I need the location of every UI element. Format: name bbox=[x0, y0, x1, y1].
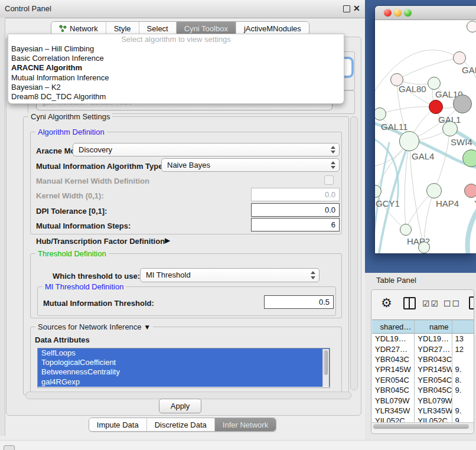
table-cell: 9. bbox=[452, 406, 474, 416]
combo-stepper-icon bbox=[330, 144, 335, 156]
which-threshold-combobox[interactable]: MI Threshold bbox=[140, 268, 319, 282]
table-row[interactable]: YPR145WYPR145W9. bbox=[372, 364, 474, 374]
network-window-titlebar[interactable] bbox=[375, 6, 476, 20]
apply-button[interactable]: Apply bbox=[159, 399, 201, 413]
table-header-name[interactable]: name bbox=[415, 320, 452, 333]
bottom-tab-label: Impute Data bbox=[97, 420, 139, 429]
table-hscroll-thumb[interactable] bbox=[373, 424, 469, 429]
network-node-hap2[interactable] bbox=[400, 224, 412, 236]
tab-network[interactable]: Network bbox=[51, 22, 106, 35]
settings-vertical-scrollbar[interactable] bbox=[350, 116, 358, 390]
control-panel-title: Control Panel bbox=[5, 4, 51, 13]
algorithm-option-bayesian-k2[interactable]: Bayesian – K2 bbox=[8, 83, 344, 92]
bottom-tab-infer-network[interactable]: Infer Network bbox=[214, 418, 276, 431]
table-header-row: shared…name bbox=[372, 320, 474, 334]
window-zoom-button[interactable] bbox=[404, 9, 412, 17]
bottom-tab-label: Infer Network bbox=[223, 420, 268, 429]
network-node-y[interactable] bbox=[464, 184, 476, 198]
network-canvas[interactable]: GALGAL80GAL10GAL1GAL11SWI4GAL4GCY1HAP4YH… bbox=[375, 20, 476, 253]
dpi-tolerance-field[interactable]: 0.0 bbox=[251, 203, 340, 217]
bottom-tab-discretize-data[interactable]: Discretize Data bbox=[146, 418, 214, 431]
control-panel-titlebar[interactable]: Control Panel ✕ bbox=[0, 0, 365, 18]
tab-label: Style bbox=[114, 24, 131, 33]
sources-title-text: Sources for Network Inference bbox=[38, 322, 142, 331]
attributes-scroll-thumb[interactable] bbox=[324, 350, 328, 375]
attribute-item-selfloops[interactable]: SelfLoops bbox=[38, 348, 330, 358]
network-node-gal[interactable] bbox=[453, 51, 466, 64]
table-row[interactable]: YDR27…YDR27…12 bbox=[372, 344, 474, 354]
table-cell: YPR145W bbox=[415, 364, 452, 374]
tab-cyni-toolbox[interactable]: Cyni Toolbox bbox=[176, 22, 236, 35]
network-node-gal1[interactable] bbox=[429, 100, 443, 114]
network-node-hap4[interactable] bbox=[426, 183, 442, 198]
attribute-item-topologicalcoefficient[interactable]: TopologicalCoefficient bbox=[38, 358, 330, 367]
node-table[interactable]: shared…nameYDL19…YDL19…13YDR27…YDR27…12Y… bbox=[372, 319, 474, 423]
kernel-width-field[interactable]: 0.0 bbox=[251, 188, 340, 201]
table-cell: YER054C bbox=[372, 375, 415, 385]
algorithm-option-aracne-algorithm[interactable]: ARACNE Algorithm bbox=[8, 63, 344, 73]
algorithm-definition-title: Algorithm Definition bbox=[35, 128, 107, 136]
attribute-item-gal4rgexp[interactable]: gal4RGexp bbox=[38, 377, 330, 387]
bottom-tab-label: Discretize Data bbox=[155, 420, 207, 429]
table-panel-title: Table Panel bbox=[376, 276, 416, 285]
aracne-mode-value: Discovery bbox=[79, 145, 112, 154]
split-columns-icon[interactable] bbox=[403, 297, 416, 309]
attributes-scrollbar[interactable] bbox=[322, 349, 329, 387]
table-row[interactable]: YLR345WYLR345W9. bbox=[372, 406, 474, 416]
attribute-item-betweennesscentrality[interactable]: BetweennessCentrality bbox=[38, 367, 330, 377]
bottom-tab-impute-data[interactable]: Impute Data bbox=[89, 418, 146, 431]
tab-select[interactable]: Select bbox=[139, 22, 176, 35]
algorithm-option-bayesian-hill-climbing[interactable]: Bayesian – Hill Climbing bbox=[8, 44, 344, 54]
network-view-window[interactable]: GALGAL80GAL10GAL1GAL11SWI4GAL4GCY1HAP4YH… bbox=[375, 6, 476, 253]
document-icon[interactable] bbox=[469, 296, 474, 309]
table-row[interactable]: YDL19…YDL19…13 bbox=[372, 334, 474, 344]
mini-grid-button[interactable] bbox=[4, 445, 15, 450]
sources-group-title[interactable]: Sources for Network Inference ▼ bbox=[35, 322, 153, 331]
mi-type-combobox[interactable]: Naive Bayes bbox=[161, 158, 340, 172]
deselect-all-checkboxes-icon[interactable]: ☐☐ bbox=[444, 299, 461, 308]
gear-icon[interactable]: ⚙ bbox=[381, 296, 392, 310]
network-node[interactable] bbox=[453, 94, 472, 113]
node-label-gal: GAL bbox=[462, 65, 476, 75]
which-threshold-value: MI Threshold bbox=[146, 270, 191, 279]
mi-steps-field[interactable]: 6 bbox=[251, 218, 340, 231]
table-header-shared[interactable]: shared… bbox=[372, 320, 415, 333]
dpi-tolerance-label: DPI Tolerance [0,1]: bbox=[36, 207, 107, 216]
float-panel-icon[interactable] bbox=[343, 5, 350, 12]
table-horizontal-scrollbar[interactable] bbox=[372, 422, 474, 430]
table-panel: Table Panel ⚙ ☑☑ ☐☐ shared…nameYDL19…YDL… bbox=[365, 273, 476, 440]
tab-jactivemnodules[interactable]: jActiveMNodules bbox=[236, 22, 309, 35]
network-node-gal4[interactable] bbox=[399, 131, 419, 151]
algorithm-option-basic-correlation-inference[interactable]: Basic Correlation Inference bbox=[8, 54, 344, 63]
table-card: ⚙ ☑☑ ☐☐ shared…nameYDL19…YDL19…13YDR27…Y… bbox=[371, 289, 474, 434]
network-node-gal10[interactable] bbox=[428, 77, 441, 90]
table-row[interactable]: YBL079WYBL079W bbox=[372, 395, 474, 405]
select-all-checkboxes-icon[interactable]: ☑☑ bbox=[422, 299, 439, 308]
algorithm-option-dream8-dc-tdc-algorithm[interactable]: Dream8 DC_TDC Algorithm bbox=[8, 92, 344, 102]
expand-arrow-icon[interactable]: ▶ bbox=[165, 236, 170, 244]
aracne-mode-combobox[interactable]: Discovery bbox=[73, 143, 340, 156]
collapse-arrow-icon[interactable]: ▼ bbox=[144, 323, 151, 331]
mi-threshold-field[interactable]: 0.5 bbox=[264, 295, 334, 309]
network-node[interactable] bbox=[467, 21, 476, 32]
tab-style[interactable]: Style bbox=[106, 22, 139, 35]
network-node[interactable] bbox=[418, 242, 430, 253]
hub-definition-label[interactable]: Hub/Transcription Factor Definition bbox=[36, 237, 165, 246]
tab-label: Cyni Toolbox bbox=[184, 24, 228, 33]
algorithm-dropdown-popup[interactable]: Select algorithm to view settings Bayesi… bbox=[8, 34, 344, 104]
algorithm-option-mutual-information-inference[interactable]: Mutual Information Inference bbox=[8, 73, 344, 83]
kernel-width-label: Kernel Width (0,1): bbox=[36, 191, 104, 200]
table-row[interactable]: YBR043CYBR043C bbox=[372, 354, 474, 364]
node-label-gcy1: GCY1 bbox=[376, 198, 400, 208]
network-node[interactable] bbox=[462, 149, 476, 167]
window-close-button[interactable] bbox=[384, 9, 392, 17]
table-cell: YBR043C bbox=[415, 354, 452, 364]
table-header-col2[interactable] bbox=[452, 320, 474, 333]
close-panel-icon[interactable]: ✕ bbox=[353, 4, 360, 13]
table-row[interactable]: YER054CYER054C8. bbox=[372, 375, 474, 385]
data-attributes-list[interactable]: SelfLoopsTopologicalCoefficientBetweenne… bbox=[37, 348, 330, 388]
network-node-swi4[interactable] bbox=[442, 121, 458, 136]
manual-kernel-checkbox[interactable] bbox=[324, 175, 334, 185]
table-row[interactable]: YBR045CYBR045C9. bbox=[372, 385, 474, 395]
window-minimize-button[interactable] bbox=[394, 9, 402, 17]
